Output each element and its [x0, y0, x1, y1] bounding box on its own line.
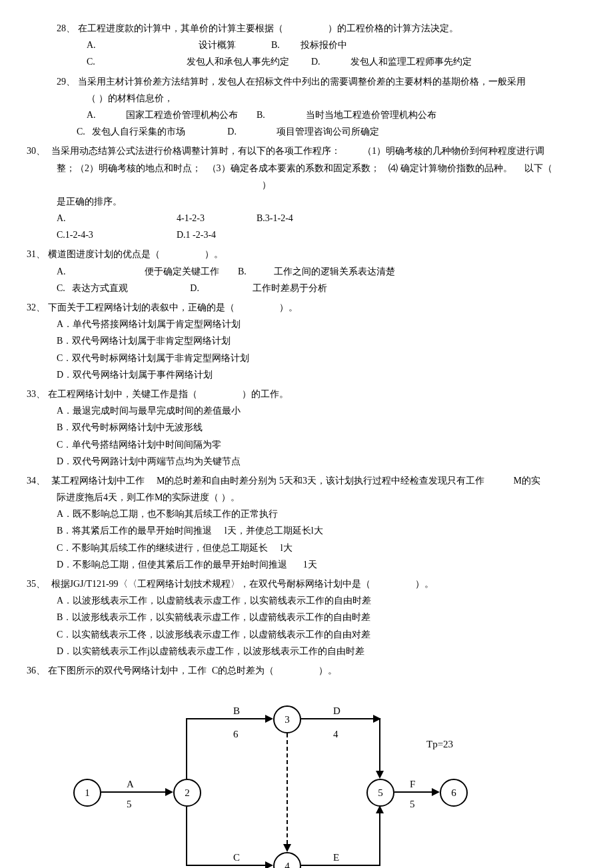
q-text: 根据JGJ/T121-99〈〈工程网络计划技术规程〉，在双代号耐标网络计划中是（ — [51, 579, 370, 589]
edge-f-dur: 5 — [410, 795, 415, 813]
q-text: 际进度拖后4天，则工作M的实际进度（ ）。 — [57, 492, 240, 502]
q-text: 下面关于工程网络计划的表叙中，正确的是（ — [48, 302, 235, 312]
edge-d-vert — [379, 718, 380, 777]
q-text: ）。 — [415, 579, 434, 589]
question-31: 31、 横道图进度计划的优点是（ ）。 A. 便于确定关键工作 B. 工作之间的… — [27, 246, 586, 296]
q-text: C的总时差为（ — [212, 665, 274, 675]
question-34: 34、 某工程网络计划中工作 M的总时差和自由时差分别为 5天和3天，该计划执行… — [27, 472, 586, 573]
opt-b-label: B. — [271, 37, 291, 53]
q-num: 35、 — [27, 579, 45, 589]
q-num: 30、 — [27, 146, 45, 156]
opt-b: B．双代号时标网络计划中无波形线 — [27, 419, 586, 436]
edge-a — [101, 791, 172, 793]
opt-d-text: 项目管理咨询公司所确定 — [277, 123, 379, 140]
q-text: ）的工作。 — [242, 389, 289, 399]
tp-label: Tp=23 — [426, 735, 453, 753]
q-text: 是正确的排序。 — [57, 197, 122, 207]
opt-d-label: D. — [227, 123, 247, 140]
q-text: 当采用主材计算价差方法结算时，发包人在招标文件中列出的需要调整价差的主要材料的基… — [78, 77, 526, 87]
opt-c-text: 发包人自行采集的市场 — [92, 123, 185, 140]
node-2: 2 — [173, 779, 201, 807]
node-4: 4 — [273, 852, 301, 868]
opt-c: C．双代号时标网络计划属于非肯定型网络计划 — [27, 350, 586, 366]
q-text: ）的工程价格的计算方法决定。 — [328, 23, 458, 33]
q-text: （1）明确考核的几种物价到何种程度进行调 — [362, 146, 544, 156]
question-35: 35、 根据JGJ/T121-99〈〈工程网络计划技术规程〉，在双代号耐标网络计… — [27, 576, 586, 659]
opt-b: l天，并使总工期延长l大 — [225, 526, 323, 536]
opt-c-text: 表达方式直观 — [72, 280, 128, 296]
edge-a-dur: 5 — [127, 795, 132, 813]
opt-a-text: 设计概算 — [116, 37, 236, 53]
opt-c-label: C. — [57, 280, 65, 296]
opt-a-label: A. — [87, 107, 107, 123]
node-5: 5 — [366, 779, 394, 807]
edge-d-label: D — [333, 702, 340, 720]
opt-b-text: 投标报价中 — [301, 37, 347, 53]
opt-c: C．不影响其后续工作的继续进行，但使总工期延长 — [57, 543, 268, 553]
opt-d-text: 工作时差易于分析 — [253, 280, 327, 296]
q-text: （3）确定各成本要素的系数和固定系数； — [207, 163, 380, 173]
opt-b: B．以波形线表示工作，以实箭线表示虚工作，以虚箭线表示工作的自由时差 — [27, 609, 586, 626]
q-text: ）。 — [318, 665, 337, 675]
edge-b-dur: 6 — [233, 725, 239, 743]
q-num: 29、 — [57, 77, 75, 87]
opt-b-label: B. — [257, 107, 277, 123]
edge-a-label: A — [127, 775, 134, 793]
q-num: 28、 — [57, 23, 75, 33]
opt-a-text: 便于确定关键工作 — [86, 263, 219, 280]
edge-dummy — [287, 733, 288, 851]
edge-b-horiz — [186, 718, 272, 719]
node-3: 3 — [273, 705, 301, 733]
opt-b: B．双代号网络计划属于非肯定型网络计划 — [27, 332, 586, 349]
edge-f-label: F — [410, 775, 415, 793]
opt-a: A．以波形线表示工作，以虚箭线表示虚工作，以实箭线表示工作的自由时差 — [27, 592, 586, 609]
opt-a-label: A. — [87, 37, 107, 53]
q-text: 在工程进度款的计算中，其单价的计算主要根据（ — [78, 23, 283, 33]
edge-d-dur: 4 — [333, 725, 338, 743]
opt-c: C.1-2-4-3 — [57, 226, 177, 243]
q-text: ）。 — [279, 302, 298, 312]
opt-c-label: C. — [77, 123, 85, 140]
q-text: 横道图进度计划的优点是（ — [48, 249, 160, 259]
q-text: 当采用动态结算公式法进行价格调整计算时，有以下的各项工作程序： — [51, 146, 340, 156]
question-36: 36、 在下图所示的双代号网络计划中，工作 C的总时差为（ ）。 1 2 3 4… — [27, 662, 586, 868]
q-num: 36、 — [27, 665, 45, 675]
q-text: ⑷ 确定计算物价指数的品种。 — [388, 163, 512, 173]
edge-e-horiz-noarrow — [301, 865, 380, 866]
q-text: 整；（2）明确考核的地点和时点； — [57, 163, 201, 173]
edge-c-vert — [186, 807, 187, 865]
opt-b-text: 工作之间的逻辑关系表达清楚 — [274, 263, 395, 280]
opt-a-label: A. — [57, 263, 77, 280]
opt-a: A．最退完成时间与最早完成时间的差值最小 — [27, 402, 586, 419]
opt-c: l大 — [281, 543, 293, 553]
opt-a: A．单代号搭接网络计划属于肯定型网络计划 — [27, 316, 586, 332]
q-text: ） — [262, 180, 271, 190]
q-num: 33、 — [27, 389, 45, 399]
opt-a-text: 4-1-2-3 — [177, 210, 257, 226]
node-6: 6 — [440, 779, 468, 807]
opt-c: C．单代号搭结网络计划中时间间隔为零 — [27, 436, 586, 453]
opt-d: 1天 — [303, 560, 317, 570]
q-text: （ ）的材料信息价， — [87, 93, 173, 103]
q-text: M的总时差和自由时差分别为 5天和3天，该计划执行过程中经检查发现只有工作 — [157, 476, 484, 486]
edge-e-label: E — [333, 849, 339, 867]
opt-a: A．既不影响总工期，也不影响其后续工作的正常执行 — [27, 506, 586, 522]
question-32: 32、 下面关于工程网络计划的表叙中，正确的是（ ）。 A．单代号搭接网络计划属… — [27, 299, 586, 383]
network-diagram: 1 2 3 4 5 6 A 5 B 6 C 3 D 4 E 7 F 5 — [53, 692, 453, 868]
opt-d: D．不影响总工期，但使其紧后工作的最早开始时间推退 — [57, 560, 287, 570]
q-text: M的实 — [513, 476, 540, 486]
opt-d: D．以实箭线表示工作j以虚箭线表示虚工作，以波形线表示工作的自由时差 — [27, 643, 586, 659]
opt-d-label: D. — [311, 53, 331, 70]
opt-d-text: 发包人和监理工程师事先约定 — [350, 53, 472, 70]
opt-a-text: 国家工程造价管理机构公布 — [126, 107, 238, 123]
q-text: 在下图所示的双代号网络计划中，工作 — [48, 665, 207, 675]
q-text: 以下（ — [524, 163, 552, 173]
question-29: 29、 当采用主材计算价差方法结算时，发包人在招标文件中列出的需要调整价差的主要… — [27, 73, 586, 141]
opt-d: D．双代号网路计划中两端节点均为关键节点 — [27, 453, 586, 470]
edge-c-label: C — [233, 849, 240, 867]
opt-c-text: 发包人和承包人事先约定 — [116, 53, 289, 70]
opt-a-label: A. — [57, 210, 177, 226]
edge-e-vert — [379, 807, 380, 866]
question-28: 28、 在工程进度款的计算中，其单价的计算主要根据（ ）的工程价格的计算方法决定… — [27, 20, 586, 71]
opt-b: B.3-1-2-4 — [257, 210, 336, 226]
